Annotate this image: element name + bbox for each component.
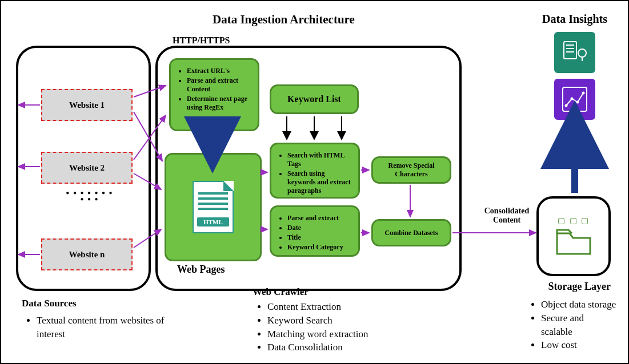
extract-item-3: Determine next page using RegEx: [187, 95, 251, 112]
parse-extract-box: Parse and extract Date Title Keyword Cat…: [270, 205, 360, 257]
analytics-chart-icon: [554, 79, 595, 120]
wc-bullet-2: Keyword Search: [267, 314, 424, 327]
data-sources-heading: Data Sources: [22, 298, 77, 309]
svg-point-9: [576, 101, 579, 104]
diagram-canvas: Data Ingestion Architecture Data Insight…: [0, 0, 629, 364]
search-html-box: Search with HTML Tags Search using keywo…: [270, 143, 360, 199]
extract-item-2: Parse and extract Content: [187, 76, 251, 94]
svg-point-8: [571, 98, 574, 100]
keyword-list-box: Keyword List: [270, 84, 359, 114]
extract-urls-box: Extract URL's Parse and extract Content …: [169, 58, 259, 131]
svg-rect-6: [563, 87, 587, 111]
cpu-chips-icon: ▢ ▢ ▢: [558, 216, 590, 225]
insights-title: Data Insights: [542, 13, 607, 26]
parse-item-1: Parse and extract: [287, 214, 351, 223]
extract-item-1: Extract URL's: [187, 67, 251, 75]
document-lightbulb-icon: [554, 32, 595, 73]
storage-layer-bullets: Object data storage Secure and scalable …: [526, 296, 618, 352]
wc-bullet-1: Content Extraction: [267, 300, 424, 314]
storage-layer-label: Storage Layer: [548, 281, 611, 293]
storage-layer-box: ▢ ▢ ▢: [536, 196, 611, 276]
web-pages-label: Web Pages: [177, 264, 225, 276]
wc-bullet-4: Data Consolidation: [267, 341, 424, 354]
svg-point-7: [565, 104, 568, 107]
parse-item-3: Title: [287, 233, 351, 242]
main-title: Data Ingestion Architecture: [213, 13, 355, 27]
html-file-icon: HTML: [193, 181, 234, 233]
web-pages-box: HTML: [165, 153, 262, 261]
wc-bullet-3: Matching word extraction: [267, 327, 424, 341]
consolidated-content-label: Consolidated Content: [470, 207, 544, 225]
svg-point-10: [582, 92, 585, 95]
ds-bullet-1: Textual content from websites of interes…: [37, 314, 170, 341]
sl-bullet-1: Object data storage: [541, 298, 618, 312]
data-sources-bullets: Textual content from websites of interes…: [22, 312, 170, 341]
website-n-box: Website n: [41, 238, 133, 270]
website-1-box: Website 1: [41, 89, 133, 121]
html-tag-label: HTML: [197, 217, 229, 227]
svg-rect-0: [564, 42, 576, 59]
sl-bullet-2: Secure and scalable: [541, 312, 618, 339]
parse-item-2: Date: [287, 224, 351, 232]
combine-datasets-box: Combine Datasets: [371, 219, 451, 246]
search-item-1: Search with HTML Tags: [287, 151, 351, 168]
folder-icon: [554, 225, 594, 257]
parse-item-4: Keyword Category: [287, 243, 351, 252]
website-2-box: Website 2: [41, 152, 133, 184]
ellipsis-dots: ● ● ● ● ● ● ● ● ● ●: [64, 189, 115, 202]
svg-point-4: [578, 49, 586, 57]
web-crawler-heading: Web Crawler: [253, 286, 309, 298]
web-crawler-bullets: Content Extraction Keyword Search Matchi…: [253, 298, 424, 354]
search-item-2: Search using keywords and extract paragr…: [287, 169, 351, 195]
remove-special-chars-box: Remove Special Characters: [371, 156, 451, 184]
sl-bullet-3: Low cost: [541, 338, 618, 352]
http-https-label: HTTP/HTTPS: [173, 35, 230, 46]
